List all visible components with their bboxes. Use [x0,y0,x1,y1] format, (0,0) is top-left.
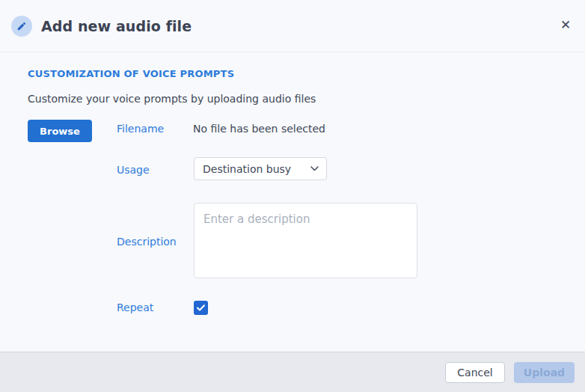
description-label: Description [117,236,177,248]
close-icon[interactable]: ✕ [558,18,573,33]
filename-value: No file has been selected [193,123,325,135]
checkmark-icon [197,304,205,311]
usage-selected-value: Destination busy [203,163,291,175]
cancel-button[interactable]: Cancel [445,362,505,383]
section-heading: CUSTOMIZATION OF VOICE PROMPTS [28,68,234,79]
add-audio-file-dialog: Add new audio file ✕ CUSTOMIZATION OF VO… [0,0,585,392]
repeat-label: Repeat [117,301,153,313]
description-input[interactable] [194,203,417,278]
filename-label: Filename [117,123,164,135]
chevron-down-icon [310,166,319,171]
pencil-icon [11,16,32,37]
usage-select[interactable]: Destination busy [194,157,327,180]
usage-label: Usage [117,164,150,176]
section-subtitle: Customize your voice prompts by uploadin… [28,93,316,105]
dialog-footer: Cancel Upload [0,352,585,392]
browse-button[interactable]: Browse [28,120,92,142]
repeat-checkbox[interactable] [194,301,208,315]
upload-button[interactable]: Upload [514,362,575,383]
dialog-title: Add new audio file [41,18,192,34]
dialog-header: Add new audio file ✕ [0,0,585,52]
